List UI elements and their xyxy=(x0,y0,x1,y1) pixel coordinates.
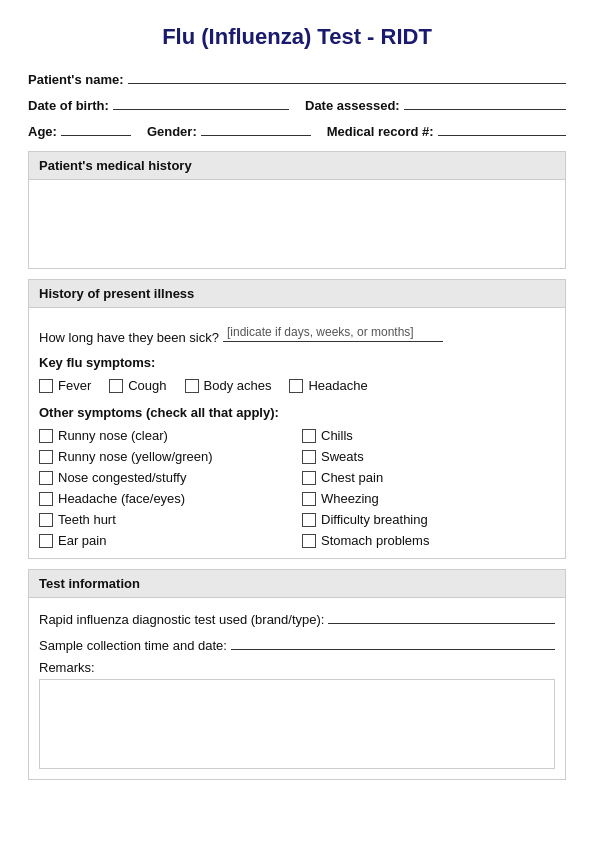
checkbox-runny-clear[interactable] xyxy=(39,429,53,443)
present-illness-body: How long have they been sick? [indicate … xyxy=(28,307,566,559)
duration-placeholder: [indicate if days, weeks, or months] xyxy=(227,325,414,339)
symptom-headache-face-label: Headache (face/eyes) xyxy=(58,491,185,506)
symptom-teeth-hurt-label: Teeth hurt xyxy=(58,512,116,527)
duration-input[interactable]: [indicate if days, weeks, or months] xyxy=(223,326,443,342)
symptom-chest-pain[interactable]: Chest pain xyxy=(302,470,555,485)
checkbox-runny-yellow[interactable] xyxy=(39,450,53,464)
symptom-cough-label: Cough xyxy=(128,378,166,393)
symptom-headache[interactable]: Headache xyxy=(289,378,367,393)
symptom-chills-label: Chills xyxy=(321,428,353,443)
symptom-cough[interactable]: Cough xyxy=(109,378,166,393)
symptom-fever[interactable]: Fever xyxy=(39,378,91,393)
checkbox-body-aches[interactable] xyxy=(185,379,199,393)
duration-label: How long have they been sick? xyxy=(39,330,219,345)
symptom-stomach-problems-label: Stomach problems xyxy=(321,533,429,548)
symptom-ear-pain-label: Ear pain xyxy=(58,533,106,548)
other-symptoms-grid: Runny nose (clear) Chills Runny nose (ye… xyxy=(39,428,555,548)
symptom-difficulty-breathing-label: Difficulty breathing xyxy=(321,512,428,527)
checkbox-chest-pain[interactable] xyxy=(302,471,316,485)
sample-collection-label: Sample collection time and date: xyxy=(39,638,227,653)
medical-history-body[interactable] xyxy=(28,179,566,269)
medical-record-input[interactable] xyxy=(438,120,566,136)
gender-input[interactable] xyxy=(201,120,311,136)
checkbox-chills[interactable] xyxy=(302,429,316,443)
medical-record-label: Medical record #: xyxy=(327,124,434,139)
checkbox-nose-congested[interactable] xyxy=(39,471,53,485)
present-illness-header: History of present illness xyxy=(28,279,566,307)
medical-history-header: Patient's medical history xyxy=(28,151,566,179)
checkbox-difficulty-breathing[interactable] xyxy=(302,513,316,527)
age-input[interactable] xyxy=(61,120,131,136)
symptom-teeth-hurt[interactable]: Teeth hurt xyxy=(39,512,292,527)
symptom-body-aches-label: Body aches xyxy=(204,378,272,393)
symptom-wheezing-label: Wheezing xyxy=(321,491,379,506)
checkbox-sweats[interactable] xyxy=(302,450,316,464)
checkbox-teeth-hurt[interactable] xyxy=(39,513,53,527)
test-info-header: Test information xyxy=(28,569,566,597)
symptom-wheezing[interactable]: Wheezing xyxy=(302,491,555,506)
symptom-nose-congested[interactable]: Nose congested/stuffy xyxy=(39,470,292,485)
dob-input[interactable] xyxy=(113,94,289,110)
remarks-label: Remarks: xyxy=(39,660,95,675)
patients-name-input[interactable] xyxy=(128,68,566,84)
symptom-nose-congested-label: Nose congested/stuffy xyxy=(58,470,186,485)
dob-label: Date of birth: xyxy=(28,98,109,113)
symptom-difficulty-breathing[interactable]: Difficulty breathing xyxy=(302,512,555,527)
checkbox-cough[interactable] xyxy=(109,379,123,393)
checkbox-headache[interactable] xyxy=(289,379,303,393)
symptom-fever-label: Fever xyxy=(58,378,91,393)
symptom-runny-clear[interactable]: Runny nose (clear) xyxy=(39,428,292,443)
checkbox-fever[interactable] xyxy=(39,379,53,393)
symptom-stomach-problems[interactable]: Stomach problems xyxy=(302,533,555,548)
sample-collection-input[interactable] xyxy=(231,634,555,650)
symptom-sweats-label: Sweats xyxy=(321,449,364,464)
symptom-headache-label: Headache xyxy=(308,378,367,393)
date-assessed-label: Date assessed: xyxy=(305,98,400,113)
key-symptoms-row: Fever Cough Body aches Headache xyxy=(39,378,555,393)
rapid-test-label: Rapid influenza diagnostic test used (br… xyxy=(39,612,324,627)
checkbox-headache-face[interactable] xyxy=(39,492,53,506)
symptom-sweats[interactable]: Sweats xyxy=(302,449,555,464)
checkbox-ear-pain[interactable] xyxy=(39,534,53,548)
symptom-headache-face[interactable]: Headache (face/eyes) xyxy=(39,491,292,506)
page-title: Flu (Influenza) Test - RIDT xyxy=(28,24,566,50)
symptom-runny-yellow[interactable]: Runny nose (yellow/green) xyxy=(39,449,292,464)
remarks-input[interactable] xyxy=(39,679,555,769)
date-assessed-input[interactable] xyxy=(404,94,566,110)
rapid-test-input[interactable] xyxy=(328,608,555,624)
symptom-chest-pain-label: Chest pain xyxy=(321,470,383,485)
symptom-runny-clear-label: Runny nose (clear) xyxy=(58,428,168,443)
key-symptoms-label: Key flu symptoms: xyxy=(39,355,555,370)
test-info-body: Rapid influenza diagnostic test used (br… xyxy=(28,597,566,780)
age-label: Age: xyxy=(28,124,57,139)
other-symptoms-title: Other symptoms (check all that apply): xyxy=(39,405,555,420)
symptom-ear-pain[interactable]: Ear pain xyxy=(39,533,292,548)
symptom-chills[interactable]: Chills xyxy=(302,428,555,443)
gender-label: Gender: xyxy=(147,124,197,139)
checkbox-stomach-problems[interactable] xyxy=(302,534,316,548)
symptom-body-aches[interactable]: Body aches xyxy=(185,378,272,393)
symptom-runny-yellow-label: Runny nose (yellow/green) xyxy=(58,449,213,464)
checkbox-wheezing[interactable] xyxy=(302,492,316,506)
patients-name-label: Patient's name: xyxy=(28,72,124,87)
